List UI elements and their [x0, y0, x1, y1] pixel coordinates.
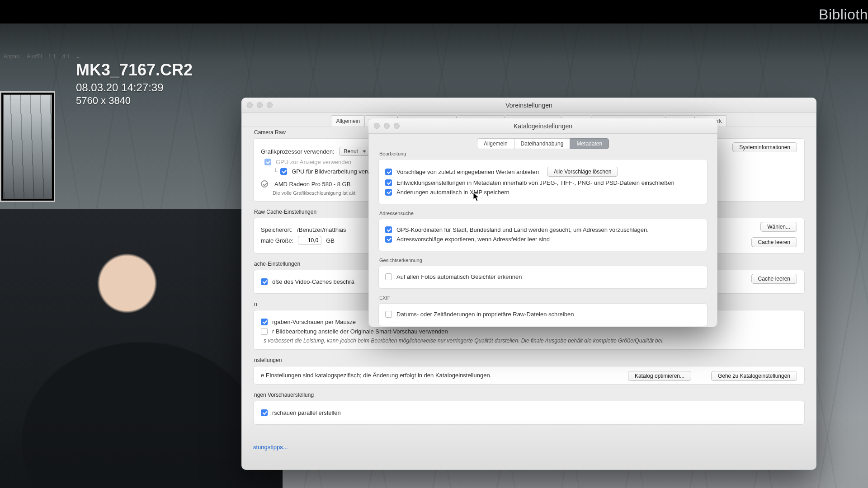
- exif-write-checkbox[interactable]: [385, 311, 392, 318]
- close-icon[interactable]: [247, 102, 253, 108]
- face-detect-label: Auf allen Fotos automatisch Gesichter er…: [396, 273, 522, 280]
- zoom-1-1[interactable]: 1:1: [48, 53, 56, 60]
- catalog-title: Katalogeinstellungen: [514, 122, 572, 130]
- gpu-status-ok-icon: [261, 180, 268, 188]
- file-dimensions: 5760 x 3840: [76, 95, 193, 107]
- export-address-checkbox[interactable]: [385, 236, 392, 243]
- catalog-titlebar[interactable]: Katalogeinstellungen: [368, 118, 717, 134]
- prefs-title: Voreinstellungen: [505, 102, 552, 109]
- zoom-strip: Anpas. Ausfül 1:1 4:1 ⌄: [4, 52, 80, 61]
- export-address-label: Adressvorschläge exportieren, wenn Adres…: [396, 236, 550, 243]
- raw-cache-clear-button[interactable]: Cache leeren: [751, 237, 797, 247]
- cat-editing-heading: Bearbeitung: [379, 151, 708, 156]
- suggest-values-checkbox[interactable]: [385, 169, 392, 175]
- section-catalog-settings: nstellungen: [254, 357, 805, 363]
- seg-allgemein[interactable]: Allgemein: [477, 138, 514, 149]
- gps-lookup-checkbox[interactable]: [385, 226, 392, 233]
- gps-lookup-label: GPS-Koordinaten für Stadt, Bundesland un…: [396, 226, 649, 233]
- cat-address-heading: Adressensuche: [379, 211, 708, 216]
- cat-face-heading: Gesichtserkennung: [379, 258, 708, 263]
- raw-cache-size-unit: GB: [326, 237, 335, 244]
- preview-smart-note: s verbessert die Leistung, kann jedoch b…: [264, 338, 797, 344]
- file-name: MK3_7167.CR2: [76, 61, 193, 80]
- exif-write-label: Datums- oder Zeitänderungen in proprietä…: [396, 311, 574, 318]
- zoom-fill[interactable]: Ausfül: [27, 53, 42, 60]
- dev-in-metadata-checkbox[interactable]: [385, 179, 392, 186]
- section-preview-gen: ngen Vorschauerstellung: [254, 392, 805, 398]
- performance-tips-link[interactable]: stungstipps...: [253, 444, 288, 450]
- raw-cache-loc-value: /Benutzer/matthias: [297, 226, 346, 233]
- gpu-label: Grafikprozessor verwenden:: [261, 148, 335, 155]
- auto-xmp-label: Änderungen automatisch in XMP speichern: [396, 189, 509, 196]
- zoom-icon[interactable]: [267, 102, 273, 108]
- video-cache-clear-button[interactable]: Cache leeren: [751, 274, 797, 284]
- gpu-process-label: GPU für Bildverarbeitung verwe: [292, 168, 374, 175]
- prefs-titlebar[interactable]: Voreinstellungen: [241, 98, 816, 113]
- photo-backdrop: Anpas. Ausfül 1:1 4:1 ⌄ MK3_7167.CR2 08.…: [0, 23, 868, 488]
- gpu-model: AMD Radeon Pro 580 - 8 GB: [274, 181, 350, 188]
- gpu-select[interactable]: Benut: [339, 147, 370, 156]
- raw-cache-size-label: male Größe:: [261, 237, 293, 244]
- catalog-settings-text: e Einstellungen sind katalogspezifisch; …: [261, 372, 491, 379]
- raw-cache-size-input[interactable]: [298, 236, 321, 245]
- catalog-settings-window: Katalogeinstellungen Allgemein Dateihand…: [368, 118, 717, 327]
- tab-allgemein[interactable]: Allgemein: [331, 115, 365, 127]
- file-date: 08.03.20 14:27:39: [76, 81, 193, 94]
- zoom-menu-chevron-icon[interactable]: ⌄: [76, 54, 80, 59]
- gpu-process-checkbox[interactable]: [280, 168, 287, 175]
- dev-in-metadata-label: Entwicklungseinstellungen in Metadaten i…: [396, 179, 675, 186]
- seg-dateihandhabung[interactable]: Dateihandhabung: [514, 138, 571, 149]
- zoom-fit[interactable]: Anpas.: [4, 53, 20, 60]
- video-cache-limit-label: öße des Video-Caches beschrä: [272, 278, 354, 285]
- raw-cache-choose-button[interactable]: Wählen...: [760, 222, 797, 232]
- preview-smart-checkbox[interactable]: [261, 328, 268, 335]
- menubar: Biblioth: [0, 0, 868, 23]
- suggest-values-label: Vorschläge von zuletzt eingegebenen Wert…: [396, 169, 539, 175]
- gpu-display-label: GPU zur Anzeige verwenden: [276, 159, 351, 165]
- cat-exif-heading: EXIF: [379, 295, 708, 300]
- minimize-icon[interactable]: [384, 123, 390, 129]
- system-info-button[interactable]: Systeminformationen: [732, 142, 797, 152]
- preview-hover-label: rgaben-Vorschauen per Mausze: [272, 319, 356, 325]
- face-detect-checkbox[interactable]: [385, 273, 392, 280]
- seg-metadaten[interactable]: Metadaten: [570, 138, 609, 149]
- catalog-segmented: Allgemein Dateihandhabung Metadaten: [368, 138, 717, 149]
- auto-xmp-checkbox[interactable]: [385, 189, 392, 196]
- cursor-icon: [473, 192, 480, 202]
- gpu-display-checkbox: [264, 159, 271, 165]
- close-icon[interactable]: [374, 123, 380, 129]
- preview-parallel-label: rschauen parallel erstellen: [272, 409, 341, 416]
- catalog-optimize-button[interactable]: Katalog optimieren...: [628, 371, 691, 381]
- clear-suggestions-button[interactable]: Alle Vorschläge löschen: [547, 167, 618, 177]
- video-cache-limit-checkbox[interactable]: [261, 278, 268, 285]
- module-label[interactable]: Biblioth: [819, 6, 868, 23]
- preview-parallel-checkbox[interactable]: [261, 409, 268, 416]
- preview-hover-checkbox[interactable]: [261, 319, 268, 325]
- goto-catalog-settings-button[interactable]: Gehe zu Katalogeinstellungen: [711, 371, 797, 381]
- file-info-overlay: MK3_7167.CR2 08.03.20 14:27:39 5760 x 38…: [76, 61, 193, 107]
- navigator-thumbnail[interactable]: [0, 91, 55, 202]
- webcam-overlay: [0, 209, 283, 488]
- preview-smart-label: r Bildbearbeitung anstelle der Originale…: [272, 328, 448, 335]
- zoom-icon[interactable]: [394, 123, 400, 129]
- raw-cache-loc-label: Speicherort:: [261, 226, 292, 233]
- minimize-icon[interactable]: [257, 102, 263, 108]
- zoom-4-1[interactable]: 4:1: [62, 53, 70, 60]
